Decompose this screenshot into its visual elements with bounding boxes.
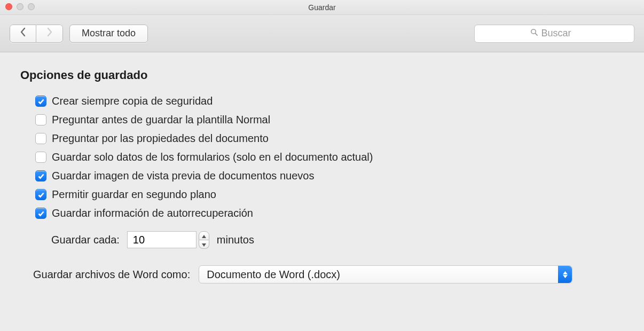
chevron-up-icon <box>563 271 568 274</box>
autosave-interval-unit: minutos <box>217 234 254 246</box>
section-title: Opciones de guardado <box>20 68 624 82</box>
option-checkbox[interactable] <box>35 114 46 125</box>
option-row: Crear siempre copia de seguridad <box>20 92 624 111</box>
content-area: Opciones de guardado Crear siempre copia… <box>0 52 644 300</box>
search-field[interactable] <box>474 25 634 43</box>
option-checkbox[interactable] <box>35 189 46 200</box>
option-checkbox[interactable] <box>35 170 46 182</box>
option-label: Preguntar antes de guardar la plantilla … <box>52 114 270 126</box>
window-title: Guardar <box>308 3 335 12</box>
option-row: Guardar imagen de vista previa de docume… <box>20 167 624 185</box>
autosave-interval-label: Guardar cada: <box>51 234 120 246</box>
autosave-interval-control <box>127 231 209 248</box>
option-row: Preguntar por las propiedades del docume… <box>20 129 624 148</box>
stepper-up-button[interactable] <box>199 231 209 240</box>
option-row: Preguntar antes de guardar la plantilla … <box>20 111 624 129</box>
option-row: Permitir guardar en segundo plano <box>20 185 624 204</box>
autosave-interval-row: Guardar cada: minutos <box>20 223 624 254</box>
option-checkbox[interactable] <box>35 133 46 144</box>
window-controls <box>5 3 35 10</box>
toolbar: Mostrar todo <box>0 15 644 52</box>
option-label: Guardar solo datos de los formularios (s… <box>52 151 373 163</box>
option-label: Preguntar por las propiedades del docume… <box>52 132 269 145</box>
autosave-interval-input[interactable] <box>127 231 197 248</box>
checkmark-icon <box>37 172 45 180</box>
option-label: Guardar información de autorrecuperación <box>52 207 253 219</box>
minimize-window-button[interactable] <box>17 3 23 10</box>
option-label: Guardar imagen de vista previa de docume… <box>52 170 314 182</box>
stepper-down-button[interactable] <box>199 240 209 249</box>
autosave-stepper <box>199 231 209 248</box>
chevron-down-icon <box>202 240 206 248</box>
back-button[interactable] <box>10 25 36 43</box>
titlebar: Guardar <box>0 0 644 15</box>
option-checkbox[interactable] <box>35 96 46 107</box>
option-row: Guardar información de autorrecuperación <box>20 204 624 223</box>
option-label: Permitir guardar en segundo plano <box>52 188 216 201</box>
checkmark-icon <box>37 191 45 199</box>
svg-line-1 <box>535 34 537 36</box>
search-icon <box>530 28 538 39</box>
chevron-up-icon <box>202 232 206 240</box>
show-all-button[interactable]: Mostrar todo <box>69 25 148 43</box>
checkmark-icon <box>37 98 45 105</box>
option-row: Guardar solo datos de los formularios (s… <box>20 148 624 167</box>
option-label: Crear siempre copia de seguridad <box>52 95 213 107</box>
chevron-right-icon <box>46 27 53 40</box>
select-value: Documento de Word (.docx) <box>207 269 558 281</box>
save-files-as-select[interactable]: Documento de Word (.docx) <box>199 265 572 283</box>
chevron-left-icon <box>19 27 27 40</box>
forward-button[interactable] <box>36 25 63 43</box>
close-window-button[interactable] <box>5 3 12 10</box>
search-input[interactable] <box>541 28 579 39</box>
chevron-down-icon <box>563 275 568 278</box>
zoom-window-button[interactable] <box>28 3 35 10</box>
checkmark-icon <box>37 210 45 217</box>
option-checkbox[interactable] <box>35 208 46 219</box>
select-disclosure-button <box>558 266 572 283</box>
nav-buttons <box>10 25 63 43</box>
option-checkbox[interactable] <box>35 152 46 163</box>
save-files-as-row: Guardar archivos de Word como: Documento… <box>20 254 624 283</box>
save-files-as-label: Guardar archivos de Word como: <box>33 269 190 281</box>
